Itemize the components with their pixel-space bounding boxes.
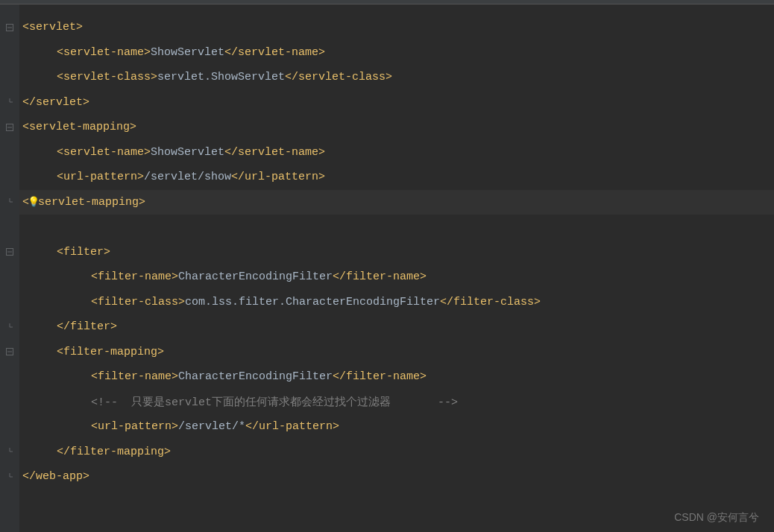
gutter-blank bbox=[0, 265, 19, 290]
xml-text: ShowServlet bbox=[151, 46, 224, 59]
code-area[interactable]: <servlet><servlet-name>ShowServlet</serv… bbox=[19, 4, 774, 532]
gutter bbox=[0, 4, 19, 532]
code-line[interactable]: <!-- 只要是servlet下面的任何请求都会经过找个过滤器 --> bbox=[19, 390, 774, 415]
code-line[interactable]: <filter-mapping> bbox=[19, 340, 774, 365]
watermark: CSDN @安何言兮 bbox=[674, 511, 759, 525]
fold-collapse-icon[interactable] bbox=[0, 340, 19, 365]
fold-collapse-icon[interactable] bbox=[0, 240, 19, 265]
xml-tag: <servlet-mapping> bbox=[22, 121, 136, 133]
code-line[interactable] bbox=[19, 215, 774, 240]
intention-bulb-icon[interactable]: 💡 bbox=[28, 196, 40, 208]
xml-tag: <url-pattern> bbox=[91, 420, 178, 433]
xml-tag: <filter-class> bbox=[91, 296, 185, 308]
fold-collapse-icon[interactable] bbox=[0, 15, 19, 40]
xml-tag: <filter-name> bbox=[91, 370, 178, 383]
code-line[interactable]: </filter> bbox=[19, 314, 774, 340]
code-editor[interactable]: <servlet><servlet-name>ShowServlet</serv… bbox=[0, 4, 774, 532]
code-line[interactable]: <servlet> bbox=[19, 15, 774, 40]
xml-text: CharacterEncodingFilter bbox=[178, 270, 333, 283]
fold-end-icon[interactable] bbox=[0, 90, 19, 115]
fold-end-icon[interactable] bbox=[0, 464, 19, 490]
code-line[interactable]: <servlet-name>ShowServlet</servlet-name> bbox=[19, 40, 774, 66]
code-line[interactable]: <💡servlet-mapping> bbox=[19, 190, 774, 215]
xml-tag: <servlet-name> bbox=[57, 46, 151, 59]
gutter-blank bbox=[0, 165, 19, 190]
xml-comment: <!-- 只要是servlet下面的任何请求都会经过找个过滤器 --> bbox=[91, 395, 458, 409]
code-line[interactable]: </servlet> bbox=[19, 90, 774, 115]
gutter-blank bbox=[0, 65, 19, 90]
gutter-blank bbox=[0, 364, 19, 390]
xml-tag: <servlet-name> bbox=[57, 146, 151, 159]
xml-tag: </servlet-class> bbox=[285, 71, 392, 83]
xml-tag: </filter-mapping> bbox=[57, 446, 171, 458]
xml-tag: </web-app> bbox=[22, 470, 89, 483]
xml-tag: </servlet-name> bbox=[224, 146, 325, 159]
fold-end-icon[interactable] bbox=[0, 190, 19, 215]
code-line[interactable]: <filter-name>CharacterEncodingFilter</fi… bbox=[19, 265, 774, 290]
code-line[interactable]: <servlet-mapping> bbox=[19, 115, 774, 140]
xml-text: com.lss.filter.CharacterEncodingFilter bbox=[185, 296, 440, 308]
xml-tag: </filter> bbox=[57, 320, 117, 333]
code-line[interactable]: <servlet-class>servlet.ShowServlet</serv… bbox=[19, 65, 774, 90]
xml-tag: <filter-mapping> bbox=[57, 346, 164, 358]
xml-tag: <filter> bbox=[57, 246, 110, 259]
code-line[interactable]: <url-pattern>/servlet/show</url-pattern> bbox=[19, 165, 774, 190]
code-line[interactable]: <url-pattern>/servlet/*</url-pattern> bbox=[19, 414, 774, 440]
code-line[interactable]: <servlet-name>ShowServlet</servlet-name> bbox=[19, 140, 774, 165]
fold-end-icon[interactable] bbox=[0, 440, 19, 465]
gutter-blank bbox=[0, 390, 19, 415]
xml-tag: </filter-class> bbox=[440, 296, 541, 308]
xml-text: servlet.ShowServlet bbox=[157, 71, 285, 83]
xml-text: CharacterEncodingFilter bbox=[178, 370, 333, 383]
xml-tag: <servlet> bbox=[22, 21, 83, 34]
fold-end-icon[interactable] bbox=[0, 314, 19, 340]
fold-collapse-icon[interactable] bbox=[0, 115, 19, 140]
xml-tag: </filter-name> bbox=[333, 270, 427, 283]
xml-tag: <servlet-class> bbox=[57, 71, 157, 83]
code-line[interactable]: </filter-mapping> bbox=[19, 440, 774, 465]
code-line[interactable]: </web-app> bbox=[19, 464, 774, 490]
xml-tag: <url-pattern> bbox=[57, 171, 144, 183]
xml-tag: </servlet-name> bbox=[224, 46, 325, 59]
xml-tag: servlet-mapping> bbox=[38, 196, 145, 209]
gutter-blank bbox=[0, 414, 19, 440]
code-line[interactable]: <filter-class>com.lss.filter.CharacterEn… bbox=[19, 290, 774, 315]
gutter-blank bbox=[0, 215, 19, 240]
xml-tag: </filter-name> bbox=[333, 370, 427, 383]
xml-text: /servlet/show bbox=[144, 171, 231, 183]
xml-text: ShowServlet bbox=[151, 146, 224, 159]
xml-tag: </servlet> bbox=[22, 96, 89, 109]
gutter-blank bbox=[0, 140, 19, 165]
xml-text: /servlet/* bbox=[178, 420, 245, 433]
gutter-blank bbox=[0, 40, 19, 66]
code-line[interactable]: <filter-name>CharacterEncodingFilter</fi… bbox=[19, 364, 774, 390]
gutter-blank bbox=[0, 290, 19, 315]
xml-tag: </url-pattern> bbox=[245, 420, 339, 433]
xml-tag: </url-pattern> bbox=[231, 171, 325, 183]
code-line[interactable]: <filter> bbox=[19, 240, 774, 265]
xml-tag: <filter-name> bbox=[91, 270, 178, 283]
